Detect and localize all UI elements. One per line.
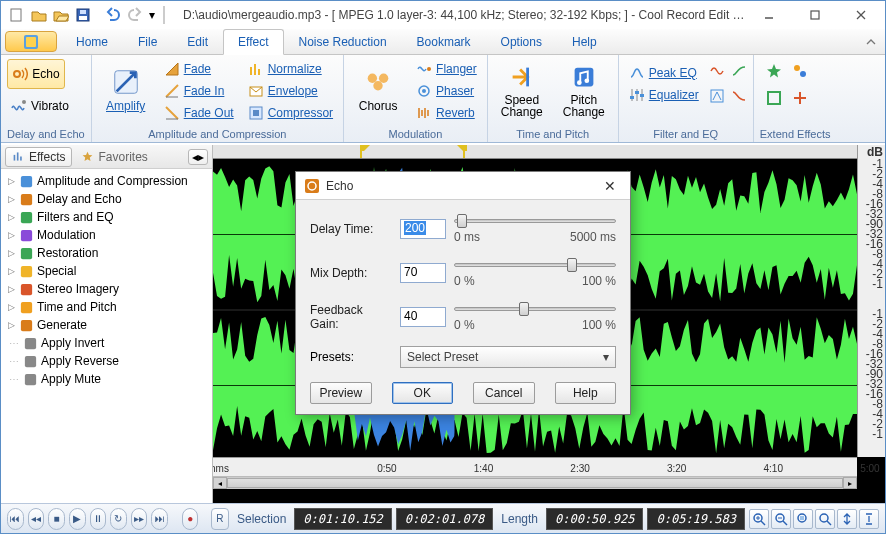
expand-icon[interactable]: ▷ <box>6 248 16 258</box>
tree-item[interactable]: ⋯Apply Invert <box>4 334 209 352</box>
zoom-fit-button[interactable] <box>815 509 835 529</box>
extend-icon-3[interactable] <box>766 90 782 109</box>
skip-end-button[interactable]: ⏭ <box>151 508 168 530</box>
selection-start-handle[interactable] <box>360 145 370 155</box>
qat-open-icon[interactable] <box>29 5 49 25</box>
filter-icon-2[interactable] <box>709 88 725 107</box>
expand-icon[interactable]: ▷ <box>6 230 16 240</box>
tab-effect[interactable]: Effect <box>223 29 283 55</box>
tree-item[interactable]: ▷Delay and Echo <box>4 190 209 208</box>
chorus-button[interactable]: Chorus <box>350 57 406 123</box>
dialog-close-button[interactable]: ✕ <box>598 176 622 196</box>
flanger-button[interactable]: Flanger <box>412 59 481 79</box>
fade-button[interactable]: Fade <box>160 59 238 79</box>
tab-options[interactable]: Options <box>486 29 557 54</box>
tab-edit[interactable]: Edit <box>172 29 223 54</box>
zoom-in-button[interactable] <box>749 509 769 529</box>
expand-icon[interactable]: ▷ <box>6 176 16 186</box>
window-minimize-button[interactable] <box>747 1 791 29</box>
selection-ruler[interactable] <box>213 145 885 159</box>
help-button[interactable]: Help <box>555 382 617 404</box>
zoom-vertical-out-button[interactable] <box>859 509 879 529</box>
tree-item[interactable]: ⋯Apply Reverse <box>4 352 209 370</box>
tab-bookmark[interactable]: Bookmark <box>402 29 486 54</box>
dialog-titlebar[interactable]: Echo ✕ <box>296 172 630 200</box>
undo-icon[interactable] <box>103 5 123 25</box>
qat-open2-icon[interactable] <box>51 5 71 25</box>
speed-change-button[interactable]: Speed Change <box>494 57 550 123</box>
equalizer-button[interactable]: Equalizer <box>625 85 703 105</box>
zoom-out-button[interactable] <box>771 509 791 529</box>
extend-icon-1[interactable] <box>766 63 782 82</box>
slider-thumb[interactable] <box>519 302 529 316</box>
app-button[interactable] <box>5 31 57 52</box>
play-button[interactable]: ▶ <box>69 508 86 530</box>
fadeout-button[interactable]: Fade Out <box>160 103 238 123</box>
param-value-field[interactable]: 70 <box>400 263 446 283</box>
scroll-thumb[interactable] <box>227 478 843 488</box>
peakeq-button[interactable]: Peak EQ <box>625 63 703 83</box>
param-value-field[interactable]: 200 <box>400 219 446 239</box>
time-ruler[interactable]: hms 0:501:402:303:204:105:00 ◂ ▸ <box>213 457 857 489</box>
window-close-button[interactable] <box>839 1 883 29</box>
redo-icon[interactable] <box>125 5 145 25</box>
stop-button[interactable]: ■ <box>48 508 65 530</box>
scroll-left-button[interactable]: ◂ <box>213 477 227 489</box>
compressor-button[interactable]: Compressor <box>244 103 337 123</box>
tab-file[interactable]: File <box>123 29 172 54</box>
pitch-change-button[interactable]: Pitch Change <box>556 57 612 123</box>
slider-thumb[interactable] <box>457 214 467 228</box>
fadein-button[interactable]: Fade In <box>160 81 238 101</box>
rewind-button[interactable]: ◂◂ <box>28 508 45 530</box>
vibrato-button[interactable]: Vibrato <box>7 91 73 121</box>
filter-icon-3[interactable] <box>731 63 747 82</box>
tab-noise-reduction[interactable]: Noise Reduction <box>284 29 402 54</box>
tree-item[interactable]: ▷Filters and EQ <box>4 208 209 226</box>
param-slider[interactable] <box>454 258 616 272</box>
reverb-button[interactable]: Reverb <box>412 103 481 123</box>
skip-start-button[interactable]: ⏮ <box>7 508 24 530</box>
pause-button[interactable]: ⏸ <box>90 508 107 530</box>
tree-item[interactable]: ⋯Apply Mute <box>4 370 209 388</box>
selection-end-handle[interactable] <box>457 145 467 155</box>
zoom-selection-button[interactable] <box>793 509 813 529</box>
param-value-field[interactable]: 40 <box>400 307 446 327</box>
zoom-vertical-in-button[interactable] <box>837 509 857 529</box>
tab-home[interactable]: Home <box>61 29 123 54</box>
param-slider[interactable] <box>454 302 616 316</box>
filter-icon-1[interactable] <box>709 63 725 82</box>
ribbon-minimize-icon[interactable] <box>857 29 885 54</box>
qat-dropdown-icon[interactable]: ▾ <box>147 5 157 25</box>
param-slider[interactable] <box>454 214 616 228</box>
echo-button[interactable]: Echo <box>7 59 65 89</box>
sidebar-tab-favorites[interactable]: Favorites <box>74 147 154 167</box>
amplify-button[interactable]: Amplify <box>98 57 154 123</box>
expand-icon[interactable]: ▷ <box>6 212 16 222</box>
horizontal-scrollbar[interactable]: ◂ ▸ <box>213 477 857 489</box>
phaser-button[interactable]: Phaser <box>412 81 481 101</box>
tree-item[interactable]: ▷Stereo Imagery <box>4 280 209 298</box>
expand-icon[interactable]: ▷ <box>6 284 16 294</box>
tree-item[interactable]: ▷Amplitude and Compression <box>4 172 209 190</box>
qat-new-icon[interactable] <box>7 5 27 25</box>
extend-icon-2[interactable] <box>792 63 808 82</box>
forward-button[interactable]: ▸▸ <box>131 508 148 530</box>
normalize-button[interactable]: Normalize <box>244 59 337 79</box>
tree-item[interactable]: ▷Generate <box>4 316 209 334</box>
tree-item[interactable]: ▷Modulation <box>4 226 209 244</box>
window-maximize-button[interactable] <box>793 1 837 29</box>
cancel-button[interactable]: Cancel <box>473 382 535 404</box>
scroll-right-button[interactable]: ▸ <box>843 477 857 489</box>
expand-icon[interactable]: ▷ <box>6 266 16 276</box>
expand-icon[interactable]: ▷ <box>6 194 16 204</box>
record-button[interactable]: ● <box>182 508 199 530</box>
filter-icon-4[interactable] <box>731 88 747 107</box>
envelope-button[interactable]: Envelope <box>244 81 337 101</box>
extend-icon-4[interactable] <box>792 90 808 109</box>
sidebar-collapse-button[interactable]: ◂▸ <box>188 149 208 165</box>
qat-save-icon[interactable] <box>73 5 93 25</box>
tab-help[interactable]: Help <box>557 29 612 54</box>
repeat-mode-button[interactable]: R <box>211 508 229 530</box>
preset-select[interactable]: Select Preset ▾ <box>400 346 616 368</box>
expand-icon[interactable]: ▷ <box>6 320 16 330</box>
